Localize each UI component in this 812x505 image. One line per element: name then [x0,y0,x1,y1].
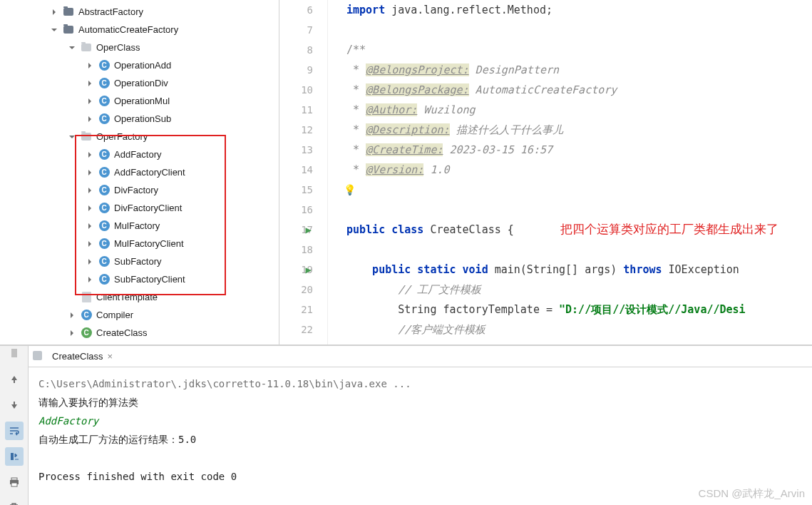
line-number[interactable]: 17▶ [279,220,313,240]
code-line[interactable]: public static void main(String[] args) t… [346,260,812,280]
line-number[interactable]: 6 [279,0,313,20]
tree-item-compiler[interactable]: CCompiler [0,306,279,324]
code-editor[interactable]: 67891011121314151617▶1819▶202122 把四个运算类对… [279,0,812,345]
code-line[interactable]: * @Description: 描述什么人干什么事儿 [346,120,812,140]
console-tab-icon [33,351,42,362]
code-line[interactable] [346,200,812,220]
tree-item-operclass[interactable]: OperClass [0,39,279,56]
chevron-right-icon[interactable] [86,222,94,230]
code-line[interactable]: String factoryTemplate = "D://项目//设计模式//… [346,300,812,320]
line-number[interactable]: 22 [279,320,313,340]
code-line[interactable]: * @BelongsPackage: AutomaticCreateFactor… [346,80,812,100]
code-line[interactable]: * @BelongsProject: DesignPattern [346,60,812,80]
soft-wrap-icon[interactable] [5,422,24,440]
code-line[interactable] [346,20,812,40]
tree-item-subfactory[interactable]: CSubFactory [0,252,279,270]
tree-item-mulfactoryclient[interactable]: CMulFactoryClient [0,235,279,252]
line-number[interactable]: 15 [279,180,313,200]
chevron-right-icon[interactable] [86,275,94,284]
line-number[interactable]: 20 [279,280,313,300]
tree-item-operationsub[interactable]: COperationSub [0,110,279,128]
chevron-down-icon[interactable] [68,133,76,141]
line-number[interactable]: 10 [279,80,313,100]
chevron-right-icon[interactable] [86,79,94,88]
code-line[interactable]: * @Version: 1.0 [346,160,812,180]
console-tab[interactable]: CreateClass × [46,348,118,365]
tree-item-label: SubFactory [114,256,161,267]
class-icon: C [98,149,110,160]
folder-icon [81,42,92,53]
class-icon: C [98,113,110,125]
chevron-right-icon[interactable] [86,115,94,123]
code-line[interactable]: * @Author: Wuzilong [346,100,812,120]
annotation-text: 把四个运算类对应的工厂类都生成出来了 [560,221,778,238]
line-number[interactable]: 16 [279,200,313,220]
chevron-right-icon[interactable] [86,97,94,106]
chevron-down-icon[interactable] [68,44,76,52]
chevron-right-icon[interactable] [68,329,76,337]
chevron-right-icon[interactable] [86,168,94,177]
chevron-right-icon[interactable] [86,61,94,70]
tree-item-abstractfactory[interactable]: AbstractFactory [0,3,279,21]
project-tree-panel[interactable]: AbstractFactoryAutomaticCreateFactoryOpe… [0,0,279,345]
line-number[interactable]: 7 [279,20,313,40]
tree-item-label: OperationSub [114,113,171,124]
console-line [38,449,802,467]
code-line[interactable]: * @CreateTime: 2023-03-15 16:57 [346,140,812,160]
tree-item-addfactory[interactable]: CAddFactory [0,146,279,163]
tree-item-label: OperFactory [96,131,148,142]
chevron-right-icon[interactable] [86,204,94,213]
chevron-right-icon[interactable] [50,8,58,16]
code-line[interactable]: // 工厂文件模板 [346,280,812,300]
print-icon[interactable] [5,473,24,491]
chevron-right-icon[interactable] [68,311,76,320]
tree-item-automaticcreatefactory[interactable]: AutomaticCreateFactory [0,21,279,39]
run-gutter-icon[interactable]: ▶ [306,260,312,280]
tree-item-operationadd[interactable]: COperationAdd [0,56,279,74]
intention-bulb-icon[interactable]: 💡 [344,184,356,195]
close-icon[interactable]: × [108,351,113,362]
chevron-right-icon[interactable] [86,151,94,159]
line-number[interactable]: 14 [279,160,313,180]
tree-item-clienttemplate[interactable]: ClientTemplate [0,288,279,306]
line-number[interactable]: 19▶ [279,260,313,280]
console-output[interactable]: C:\Users\Administrator\.jdks\corretto-11… [29,367,812,505]
line-number[interactable]: 13 [279,140,313,160]
tree-item-operationmul[interactable]: COperationMul [0,92,279,110]
code-line[interactable] [346,240,812,260]
line-number[interactable]: 12 [279,120,313,140]
up-arrow-icon[interactable] [5,370,24,389]
code-line[interactable]: /** [346,40,812,60]
tree-item-label: Compiler [96,310,133,320]
tree-item-divfactoryclient[interactable]: CDivFactoryClient [0,199,279,217]
tree-item-operfactory[interactable]: OperFactory [0,128,279,146]
tree-item-mulfactory[interactable]: CMulFactory [0,217,279,235]
scroll-to-end-icon[interactable] [5,447,24,466]
chevron-down-icon[interactable] [50,26,58,34]
tree-item-label: AddFactoryClient [114,167,185,178]
code-line[interactable]: //客户端文件模板 [346,320,812,340]
line-number[interactable]: 18 [279,240,313,260]
small-icon [11,349,17,359]
tree-item-createclass[interactable]: CCreateClass [0,324,279,342]
chevron-right-icon[interactable] [86,257,94,266]
tree-item-label: MulFactory [114,220,160,231]
line-number[interactable]: 11 [279,100,313,120]
code-line[interactable]: 💡 [346,180,812,200]
trash-icon[interactable] [5,499,24,505]
down-arrow-icon[interactable] [5,396,24,414]
chevron-right-icon[interactable] [86,240,94,248]
console-line: C:\Users\Administrator\.jdks\corretto-11… [38,374,802,393]
line-number[interactable]: 21 [279,300,313,320]
tree-item-addfactoryclient[interactable]: CAddFactoryClient [0,163,279,181]
tree-item-divfactory[interactable]: CDivFactory [0,181,279,199]
tree-item-operationdiv[interactable]: COperationDiv [0,74,279,92]
tree-item-subfactoryclient[interactable]: CSubFactoryClient [0,270,279,288]
tree-item-label: AddFactory [114,149,161,160]
line-number[interactable]: 8 [279,40,313,60]
code-line[interactable]: import java.lang.reflect.Method; [346,0,812,20]
run-gutter-icon[interactable]: ▶ [306,220,312,240]
chevron-right-icon[interactable] [86,186,94,195]
line-number[interactable]: 9 [279,60,313,80]
console-line: 自动生成工厂方法的运行结果：5.0 [38,430,802,449]
